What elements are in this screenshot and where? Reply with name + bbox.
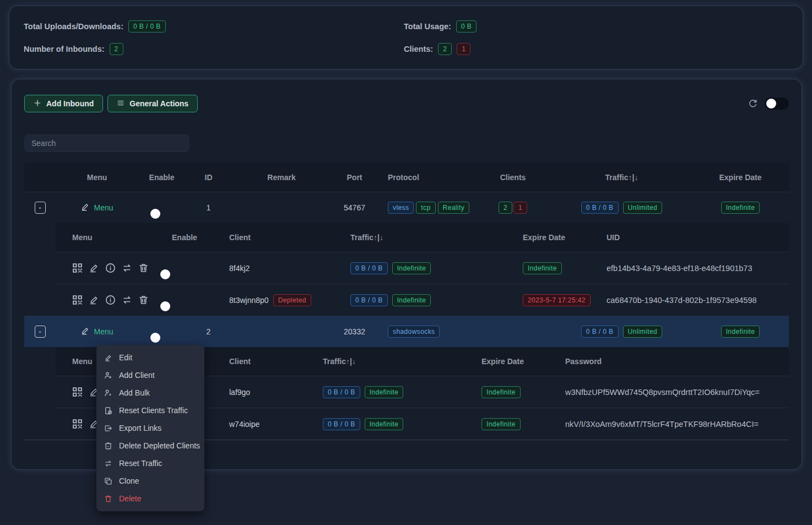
menu-item-label: Export Links bbox=[119, 424, 161, 432]
expire-badge: Indefinite bbox=[721, 326, 760, 338]
row-menu-button[interactable]: Menu bbox=[80, 202, 113, 213]
add-inbound-button[interactable]: Add Inbound bbox=[24, 95, 103, 112]
header-traffic[interactable]: Traffic↑|↓ bbox=[331, 233, 491, 242]
toggle-knob bbox=[150, 333, 160, 343]
plus-icon bbox=[34, 99, 41, 109]
menu-item-clone[interactable]: Clone bbox=[96, 472, 204, 490]
toggle-knob bbox=[766, 99, 776, 109]
header-enable: Enable bbox=[163, 233, 213, 242]
traffic-badge: 0 B / 0 B bbox=[581, 202, 619, 214]
general-actions-button[interactable]: General Actions bbox=[107, 95, 198, 112]
header-clients: Clients bbox=[474, 173, 551, 182]
menu-item-edit[interactable]: Edit bbox=[96, 349, 204, 366]
row-menu-button[interactable]: Menu bbox=[80, 326, 113, 337]
edit-icon bbox=[80, 202, 90, 213]
reset-traffic-icon[interactable] bbox=[122, 263, 132, 273]
menu-item-delete[interactable]: Delete bbox=[96, 490, 204, 507]
menu-item-add-bulk[interactable]: Add Bulk bbox=[96, 384, 204, 402]
menu-item-reset-traffic[interactable]: Reset Traffic bbox=[96, 454, 204, 472]
export-links-icon bbox=[104, 424, 112, 432]
menu-item-label: Delete bbox=[119, 494, 141, 503]
inbound-row-2: - Menu 2 20332 shadowsocks 0 B / 0 B Unl… bbox=[24, 316, 789, 347]
clients-depleted-badge: 1 bbox=[457, 43, 470, 55]
search-input[interactable] bbox=[24, 134, 190, 152]
clients-active-badge: 2 bbox=[499, 202, 512, 214]
hamburger-icon bbox=[117, 99, 124, 109]
client-name: 8t3wjnn8p0 bbox=[229, 296, 269, 305]
client-name: w74ioipe bbox=[213, 420, 312, 429]
menu-item-export-links[interactable]: Export Links bbox=[96, 419, 204, 437]
stat-label: Number of Inbounds: bbox=[24, 45, 105, 53]
client-uid: efb14b43-4a79-4e83-ef18-e48cf1901b73 bbox=[607, 264, 789, 273]
client-row: 8t3wjnn8p0 Depleted 0 B / 0 B Indefinite… bbox=[56, 284, 789, 316]
header-menu: Menu bbox=[56, 233, 163, 242]
qr-code-icon[interactable] bbox=[72, 419, 83, 429]
toggle-knob bbox=[150, 209, 160, 219]
header-expire-date: Expire Date bbox=[692, 173, 789, 182]
header-uid: UID bbox=[607, 233, 789, 242]
menu-item-label: Reset Clients Traffic bbox=[119, 406, 188, 415]
clients-table-header: Menu Enable Client Traffic↑|↓ Expire Dat… bbox=[56, 223, 789, 252]
traffic-total-badge: Unlimited bbox=[623, 202, 663, 214]
expire-badge: 2023-5-7 17:25:42 bbox=[523, 294, 591, 306]
header-traffic[interactable]: Traffic↑|↓ bbox=[312, 357, 472, 366]
expire-badge: Indefinite bbox=[523, 262, 562, 274]
qr-code-icon[interactable] bbox=[72, 295, 83, 305]
menu-item-label: Clone bbox=[119, 477, 139, 485]
qr-code-icon[interactable] bbox=[72, 263, 83, 273]
traffic-total-badge: Indefinite bbox=[365, 386, 404, 398]
protocol-tag: shadowsocks bbox=[388, 326, 440, 338]
toolbar: Add Inbound General Actions bbox=[24, 95, 789, 112]
dark-mode-toggle[interactable] bbox=[765, 98, 789, 110]
menu-item-label: Add Client bbox=[119, 371, 155, 380]
trash-icon[interactable] bbox=[138, 263, 149, 273]
traffic-total-badge: Indefinite bbox=[392, 294, 431, 306]
client-name: laf9go bbox=[213, 388, 312, 397]
trash-icon bbox=[104, 495, 112, 503]
client-row: 8f4kj2 0 B / 0 B Indefinite Indefinite e… bbox=[56, 252, 789, 284]
menu-item-label: Delete Depleted Clients bbox=[119, 441, 200, 450]
edit-icon[interactable] bbox=[89, 263, 99, 273]
collapse-row-button[interactable]: - bbox=[35, 326, 46, 338]
reset-traffic-icon[interactable] bbox=[122, 295, 132, 305]
clients-table-vless: Menu Enable Client Traffic↑|↓ Expire Dat… bbox=[56, 223, 789, 316]
header-menu: Menu bbox=[56, 173, 138, 182]
header-password: Password bbox=[565, 357, 789, 366]
stat-total-uploads-downloads: Total Uploads/Downloads: 0 B / 0 B bbox=[24, 20, 404, 33]
client-password: nkV/I/3XoAm9v6xMT/T5lcrF4TpeTKF98rHARbRo… bbox=[565, 420, 789, 429]
clone-icon bbox=[104, 477, 112, 485]
edit-icon[interactable] bbox=[89, 295, 99, 305]
inbound-id: 1 bbox=[185, 203, 232, 212]
reset-traffic-icon bbox=[104, 459, 112, 468]
trash-icon[interactable] bbox=[138, 295, 149, 305]
menu-item-add-client[interactable]: Add Client bbox=[96, 366, 204, 384]
traffic-total-badge: Indefinite bbox=[392, 262, 431, 274]
expire-badge: Indefinite bbox=[481, 386, 521, 398]
refresh-icon[interactable] bbox=[748, 99, 758, 109]
stat-label: Clients: bbox=[404, 45, 433, 53]
protocol-tag: vless bbox=[388, 202, 414, 214]
stat-number-of-inbounds: Number of Inbounds: 2 bbox=[24, 43, 404, 55]
menu-item-delete-depleted-clients[interactable]: Delete Depleted Clients bbox=[96, 437, 204, 454]
collapse-row-button[interactable]: - bbox=[35, 202, 46, 214]
info-icon[interactable] bbox=[105, 295, 116, 305]
client-uid: ca68470b-1940-437d-802b-1f9573e94598 bbox=[607, 296, 789, 305]
add-inbound-label: Add Inbound bbox=[46, 99, 94, 108]
info-icon[interactable] bbox=[105, 263, 116, 273]
menu-item-reset-clients-traffic[interactable]: Reset Clients Traffic bbox=[96, 402, 204, 419]
inbound-row-1: - Menu 1 54767 vless tcp Reality 2 1 0 bbox=[24, 192, 789, 223]
header-enable: Enable bbox=[138, 173, 185, 182]
protocol-tag: tcp bbox=[416, 202, 435, 214]
stat-value-badge: 0 B / 0 B bbox=[128, 20, 166, 33]
header-expire-date: Expire Date bbox=[472, 357, 565, 366]
reset-clients-traffic-icon bbox=[104, 407, 112, 415]
qr-code-icon[interactable] bbox=[72, 387, 83, 397]
stat-clients: Clients: 2 1 bbox=[404, 43, 788, 55]
header-traffic[interactable]: Traffic↑|↓ bbox=[551, 173, 692, 182]
row-menu-label: Menu bbox=[94, 327, 113, 336]
header-expire-date: Expire Date bbox=[491, 233, 607, 242]
inbound-port: 54767 bbox=[331, 203, 378, 212]
toggle-knob bbox=[160, 301, 170, 311]
clients-active-badge: 2 bbox=[438, 43, 452, 55]
inbound-port: 20332 bbox=[331, 327, 378, 336]
